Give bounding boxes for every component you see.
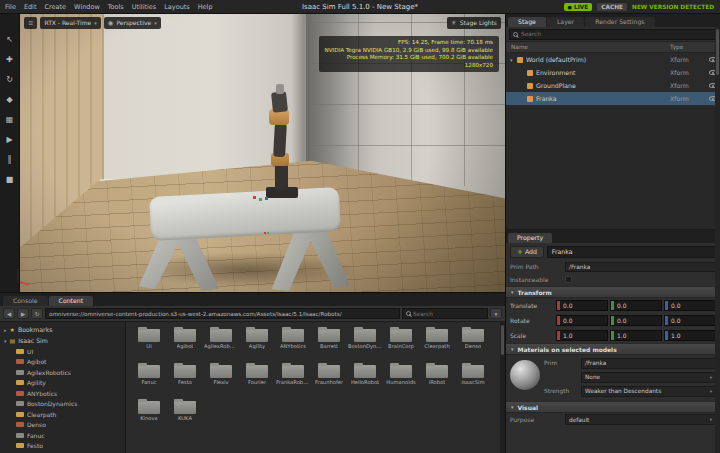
content-folder-tile[interactable]: Denso — [456, 326, 490, 359]
scrollbar-thumb[interactable] — [716, 29, 719, 75]
scrollbar-thumb[interactable] — [501, 325, 504, 355]
stage-tree-row[interactable]: Franka Xform — [506, 92, 720, 105]
content-folder-tile[interactable]: AgilexRobotics — [204, 326, 238, 359]
snap-icon[interactable]: ▦ — [3, 114, 17, 126]
new-version-link[interactable]: NEW VERSION DETECTED — [632, 4, 714, 10]
isaac-sim-node[interactable]: ▾▤Isaac Sim — [0, 335, 125, 346]
x-value-field[interactable]: 0.0 — [556, 300, 608, 311]
menu-item[interactable]: Tools — [108, 3, 124, 11]
content-folder-tile[interactable]: Fanuc — [132, 362, 166, 395]
stage-tree-row[interactable]: ▾ World (defaultPrim) Xform — [506, 53, 720, 66]
content-tree-item[interactable]: Fanuc — [0, 430, 125, 441]
menu-item[interactable]: Utilities — [132, 3, 156, 11]
panel-tab[interactable]: Console — [3, 296, 48, 306]
content-tree-item[interactable]: ANYbotics — [0, 388, 125, 399]
instanceable-checkbox[interactable] — [565, 276, 572, 283]
content-tree-item[interactable]: BostonDynamics — [0, 399, 125, 410]
strength-dropdown[interactable]: Weaker than Descendants▾ — [581, 386, 716, 397]
transform-section-header[interactable]: ▾ Transform — [506, 286, 720, 298]
content-folder-tile[interactable]: Kinova — [132, 398, 166, 431]
content-folder-tile[interactable]: iRobot — [420, 362, 454, 395]
pause-icon[interactable]: ‖ — [3, 154, 17, 166]
content-tree-item[interactable]: AgilexRobotics — [0, 367, 125, 378]
content-tree-item[interactable]: Denso — [0, 420, 125, 431]
material-dropdown[interactable]: None▾ — [581, 372, 716, 383]
move-icon[interactable]: ✚ — [3, 54, 17, 66]
prim-path-value[interactable]: /Franka — [565, 262, 716, 272]
stage-lights-dropdown[interactable]: ☀Stage Lights — [447, 17, 501, 29]
content-folder-tile[interactable]: IsaacSim — [456, 362, 490, 395]
z-value-field[interactable]: 0.0 — [664, 300, 716, 311]
content-folder-tile[interactable]: KUKA — [168, 398, 202, 431]
panel-tab[interactable]: Layer — [547, 17, 584, 27]
content-folder-tile[interactable]: Agility — [240, 326, 274, 359]
x-value-field[interactable]: 0.0 — [556, 315, 608, 326]
menu-item[interactable]: Window — [74, 3, 100, 11]
menu-item[interactable]: Help — [198, 3, 213, 11]
stage-search-input[interactable] — [521, 31, 713, 37]
path-input[interactable] — [45, 308, 400, 319]
forward-button[interactable]: ▶ — [17, 308, 29, 319]
content-folder-tile[interactable]: BrainCorp — [384, 326, 418, 359]
live-button[interactable]: ●LIVE — [564, 3, 593, 11]
grid-scrollbar[interactable] — [500, 322, 505, 453]
property-tab[interactable]: Property — [508, 233, 552, 243]
scale-icon[interactable]: ◆ — [3, 94, 17, 106]
menu-item[interactable]: Create — [44, 3, 66, 11]
stage-tree-row[interactable]: GroundPlane Xform — [506, 79, 720, 92]
content-folder-tile[interactable]: Flexiv — [204, 362, 238, 395]
materials-section-header[interactable]: ▾ Materials on selected models — [506, 343, 720, 355]
content-tree-item[interactable]: Agibot — [0, 357, 125, 368]
back-button[interactable]: ◀ — [3, 308, 15, 319]
content-folder-tile[interactable]: BostonDynamics — [348, 326, 382, 359]
menu-item[interactable]: File — [5, 3, 16, 11]
camera-dropdown[interactable]: ◉Perspective▾ — [104, 17, 161, 29]
content-folder-tile[interactable]: Festo — [168, 362, 202, 395]
material-prim-field[interactable]: /Franka — [581, 358, 716, 369]
play-icon[interactable]: ▶ — [3, 134, 17, 146]
renderer-dropdown[interactable]: RTX - Real-Time▾ — [40, 17, 100, 29]
stop-icon[interactable]: ■ — [3, 174, 17, 186]
y-value-field[interactable]: 0.0 — [610, 315, 662, 326]
content-tree-item[interactable]: Festo — [0, 441, 125, 452]
panel-tab[interactable]: Render Settings — [585, 17, 654, 27]
add-button[interactable]: +Add — [510, 246, 544, 258]
z-value-field[interactable]: 0.0 — [664, 315, 716, 326]
z-value-field[interactable]: 1.0 — [664, 330, 716, 341]
content-tree-item[interactable]: Clearpath — [0, 409, 125, 420]
content-folder-tile[interactable]: Agibot — [168, 326, 202, 359]
content-folder-tile[interactable]: FrankaRobotics — [276, 362, 310, 395]
content-folder-tile[interactable]: Clearpath — [420, 326, 454, 359]
content-folder-tile[interactable]: Humanoids — [384, 362, 418, 395]
filter-button[interactable]: ▾ — [490, 308, 502, 319]
content-search-input[interactable] — [413, 311, 484, 317]
visual-section-header[interactable]: ▾ Visual — [506, 401, 720, 413]
cache-button[interactable]: CACHE — [597, 3, 627, 11]
content-folder-tile[interactable]: UI — [132, 326, 166, 359]
content-folder-tile[interactable]: Barrett — [312, 326, 346, 359]
select-icon[interactable]: ↖ — [3, 34, 17, 46]
content-folder-tile[interactable]: Fraunhofer — [312, 362, 346, 395]
prim-name-field[interactable]: Franka — [547, 246, 716, 258]
rotate-icon[interactable]: ↻ — [3, 74, 17, 86]
panel-tab[interactable]: Content — [49, 296, 94, 306]
menu-item[interactable]: Edit — [24, 3, 37, 11]
content-folder-tile[interactable]: ANYbotics — [276, 326, 310, 359]
right-panel-scrollbar[interactable] — [715, 27, 720, 453]
menu-item[interactable]: Layouts — [164, 3, 189, 11]
y-value-field[interactable]: 1.0 — [610, 330, 662, 341]
purpose-dropdown[interactable]: default▾ — [565, 414, 716, 425]
viewport-menu-button[interactable]: ≡ — [24, 17, 37, 29]
content-folder-tile[interactable]: HelloRobot — [348, 362, 382, 395]
x-value-field[interactable]: 1.0 — [556, 330, 608, 341]
content-tree-item[interactable]: UI — [0, 346, 125, 357]
panel-tab[interactable]: Stage — [508, 17, 546, 27]
content-folder-tile[interactable]: Fourier — [240, 362, 274, 395]
folder-icon — [246, 329, 268, 342]
content-tree-item[interactable]: Agility — [0, 378, 125, 389]
bookmarks-node[interactable]: ▸★Bookmarks — [0, 324, 125, 335]
stage-tree-row[interactable]: Environment Xform — [506, 66, 720, 79]
y-value-field[interactable]: 0.0 — [610, 300, 662, 311]
refresh-button[interactable]: ↻ — [31, 308, 43, 319]
folder-icon — [210, 365, 232, 378]
